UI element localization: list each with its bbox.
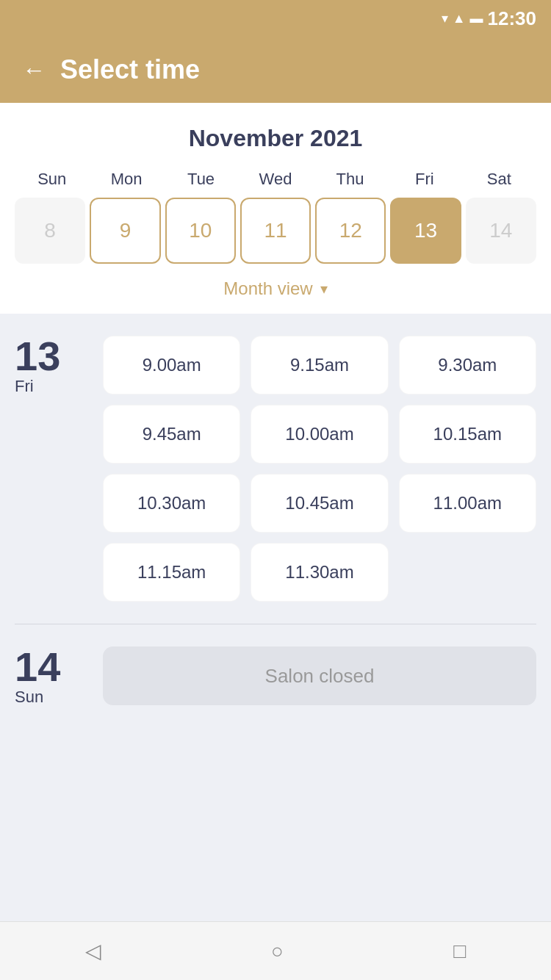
date-12[interactable]: 12	[315, 198, 386, 264]
day-name-14: Sun	[15, 688, 88, 707]
month-title: November 2021	[15, 125, 536, 152]
day-header-wed: Wed	[238, 170, 312, 189]
slot-1045am[interactable]: 10.45am	[251, 474, 388, 533]
date-11[interactable]: 11	[240, 198, 311, 264]
day-header-thu: Thu	[313, 170, 387, 189]
slots-section: 13 Fri 9.00am 9.15am 9.30am 9.45am 10.00…	[0, 314, 551, 921]
status-bar: ▾ ▲ ▬ 12:30	[0, 0, 551, 37]
slot-945am[interactable]: 9.45am	[103, 405, 240, 464]
day-header-fri: Fri	[387, 170, 461, 189]
day-header-mon: Mon	[89, 170, 163, 189]
status-time: 12:30	[488, 7, 537, 30]
day-label-14: 14 Sun	[15, 646, 88, 707]
date-13[interactable]: 13	[390, 198, 461, 264]
day-number-14: 14	[15, 646, 88, 688]
slot-1100am[interactable]: 11.00am	[399, 474, 536, 533]
back-button[interactable]: ←	[22, 58, 46, 82]
day-header-tue: Tue	[164, 170, 238, 189]
status-icons: ▾ ▲ ▬ 12:30	[442, 7, 536, 30]
slot-1015am[interactable]: 10.15am	[399, 405, 536, 464]
date-8[interactable]: 8	[15, 198, 85, 264]
day-header-sun: Sun	[15, 170, 89, 189]
nav-recent-button[interactable]: □	[453, 940, 466, 963]
day-name-13: Fri	[15, 377, 88, 396]
day-row-13: 13 Fri 9.00am 9.15am 9.30am 9.45am 10.00…	[15, 336, 536, 602]
calendar-section: November 2021 Sun Mon Tue Wed Thu Fri Sa…	[0, 103, 551, 314]
app-header: ← Select time	[0, 37, 551, 103]
day-label-13: 13 Fri	[15, 336, 88, 396]
slots-grid-13: 9.00am 9.15am 9.30am 9.45am 10.00am 10.1…	[103, 336, 536, 602]
slot-1000am[interactable]: 10.00am	[251, 405, 388, 464]
dates-row: 8 9 10 11 12 13 14	[15, 198, 536, 264]
page-title: Select time	[60, 54, 200, 85]
date-10[interactable]: 10	[165, 198, 236, 264]
day-headers: Sun Mon Tue Wed Thu Fri Sat	[15, 170, 536, 189]
slot-900am[interactable]: 9.00am	[103, 336, 240, 394]
month-view-label: Month view	[223, 278, 312, 299]
slot-1115am[interactable]: 11.15am	[103, 543, 240, 602]
slot-1130am[interactable]: 11.30am	[251, 543, 388, 602]
day-group-13: 13 Fri 9.00am 9.15am 9.30am 9.45am 10.00…	[15, 314, 536, 624]
wifi-icon: ▾	[442, 10, 448, 26]
date-9[interactable]: 9	[90, 198, 160, 264]
day-header-sat: Sat	[462, 170, 536, 189]
day-group-14: 14 Sun Salon closed	[15, 624, 536, 729]
slot-915am[interactable]: 9.15am	[251, 336, 388, 394]
date-14[interactable]: 14	[466, 198, 536, 264]
nav-home-button[interactable]: ○	[271, 940, 284, 963]
chevron-down-icon: ▾	[320, 280, 328, 298]
battery-icon: ▬	[470, 11, 483, 26]
day-row-14: 14 Sun Salon closed	[15, 646, 536, 707]
bottom-nav: ◁ ○ □	[0, 921, 551, 980]
nav-back-button[interactable]: ◁	[85, 939, 101, 963]
slot-1030am[interactable]: 10.30am	[103, 474, 240, 533]
month-view-toggle[interactable]: Month view ▾	[15, 278, 536, 299]
day-number-13: 13	[15, 336, 88, 377]
slot-930am[interactable]: 9.30am	[399, 336, 536, 394]
signal-icon: ▲	[453, 11, 466, 26]
salon-closed-banner: Salon closed	[103, 646, 536, 705]
